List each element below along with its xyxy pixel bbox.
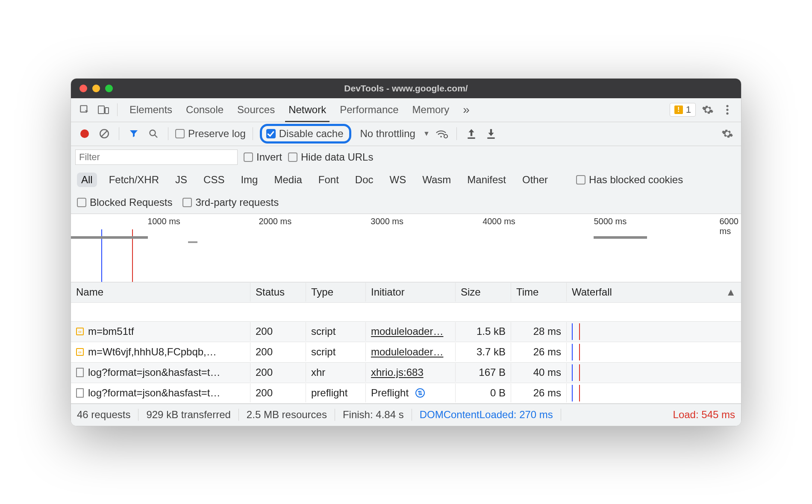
hide-data-urls-label: Hide data URLs (301, 151, 373, 163)
timeline-tick-label: 3000 ms (371, 217, 406, 226)
cell-time: 40 ms (511, 363, 567, 382)
blocked-requests-checkbox[interactable]: Blocked Requests (77, 196, 172, 208)
type-pill-media[interactable]: Media (270, 173, 306, 187)
tab-memory[interactable]: Memory (406, 98, 456, 122)
disable-cache-input[interactable] (266, 129, 276, 138)
initiator-link[interactable]: xhrio.js:683 (371, 366, 424, 378)
cell-status: 200 (250, 322, 306, 341)
col-status[interactable]: Status (250, 283, 306, 302)
cell-name: ‹›m=Wt6vjf,hhhU8,FCpbqb,… (71, 343, 250, 361)
cell-type: preflight (306, 384, 366, 402)
tabs-group: Elements Console Sources Network Perform… (124, 98, 476, 122)
wifi-gear-icon[interactable] (434, 126, 450, 141)
type-pill-other[interactable]: Other (518, 173, 552, 187)
type-pill-all[interactable]: All (77, 173, 97, 187)
type-pill-manifest[interactable]: Manifest (463, 173, 510, 187)
timeline-tick-label: 2000 ms (259, 217, 294, 226)
sort-asc-icon: ▲ (726, 286, 736, 298)
invert-input[interactable] (244, 152, 253, 162)
download-icon[interactable] (483, 126, 499, 141)
svg-point-4 (726, 108, 728, 111)
search-icon[interactable] (146, 126, 161, 141)
gear-icon[interactable] (700, 102, 715, 117)
type-pill-doc[interactable]: Doc (351, 173, 378, 187)
blocked-requests-input[interactable] (77, 198, 86, 207)
col-time[interactable]: Time (511, 283, 567, 302)
col-size[interactable]: Size (456, 283, 511, 302)
has-blocked-cookies-input[interactable] (576, 175, 585, 185)
table-row[interactable]: log?format=json&hasfast=t… 200 xhr xhrio… (71, 363, 741, 383)
table-row[interactable]: log?format=json&hasfast=t… 200 preflight… (71, 383, 741, 404)
type-pill-ws[interactable]: WS (385, 173, 411, 187)
tab-console[interactable]: Console (180, 98, 229, 122)
col-waterfall[interactable]: Waterfall ▲ (567, 283, 741, 302)
cell-type: xhr (306, 363, 366, 382)
chevron-down-icon: ▼ (423, 130, 430, 138)
inspect-icon[interactable] (77, 102, 92, 117)
col-waterfall-label: Waterfall (572, 286, 612, 298)
wf-load-mark (579, 364, 580, 381)
type-pill-img[interactable]: Img (236, 173, 262, 187)
issues-warning-icon: ! (674, 105, 683, 114)
initiator-link[interactable]: moduleloader… (371, 346, 443, 358)
funnel-icon[interactable] (126, 126, 141, 141)
cell-size: 1.5 kB (456, 322, 511, 341)
timeline-tick-label: 1000 ms (147, 217, 183, 226)
clear-icon[interactable] (97, 126, 112, 141)
timeline-overview[interactable]: 1000 ms2000 ms3000 ms4000 ms5000 ms6000 … (71, 214, 741, 282)
type-pill-fetchxhr[interactable]: Fetch/XHR (105, 173, 163, 187)
more-tabs-button[interactable]: » (457, 98, 476, 122)
table-row[interactable]: ‹›m=Wt6vjf,hhhU8,FCpbqb,… 200 script mod… (71, 342, 741, 363)
col-type[interactable]: Type (306, 283, 366, 302)
status-requests: 46 requests (77, 409, 130, 421)
wf-load-mark (579, 385, 580, 401)
initiator-link[interactable]: moduleloader… (371, 325, 443, 337)
kebab-icon[interactable] (720, 102, 735, 117)
col-initiator[interactable]: Initiator (366, 283, 456, 302)
type-pill-js[interactable]: JS (171, 173, 191, 187)
tab-elements[interactable]: Elements (124, 98, 178, 122)
has-blocked-cookies-checkbox[interactable]: Has blocked cookies (576, 174, 683, 186)
device-icon[interactable] (96, 102, 111, 117)
titlebar: DevTools - www.google.com/ (71, 79, 741, 98)
cell-waterfall (567, 342, 741, 362)
cell-status: 200 (250, 343, 306, 361)
third-party-input[interactable] (182, 198, 192, 207)
status-finish: Finish: 4.84 s (343, 409, 404, 421)
filter-input[interactable] (75, 149, 238, 165)
cell-time: 28 ms (511, 322, 567, 341)
third-party-checkbox[interactable]: 3rd-party requests (182, 196, 279, 208)
window-title: DevTools - www.google.com/ (71, 83, 741, 94)
cell-name: log?format=json&hasfast=t… (71, 384, 250, 402)
status-bar: 46 requests 929 kB transferred 2.5 MB re… (71, 404, 741, 426)
issues-button[interactable]: ! 1 (670, 103, 696, 117)
svg-rect-2 (105, 108, 109, 114)
hide-data-urls-checkbox[interactable]: Hide data URLs (288, 151, 373, 163)
script-icon: ‹› (76, 348, 84, 356)
tab-network[interactable]: Network (282, 98, 332, 122)
tab-sources[interactable]: Sources (231, 98, 281, 122)
throttling-value: No throttling (360, 128, 415, 140)
type-pill-wasm[interactable]: Wasm (418, 173, 455, 187)
throttling-select[interactable]: No throttling ▼ (360, 128, 430, 140)
issues-count: 1 (686, 104, 691, 115)
preserve-log-input[interactable] (175, 129, 185, 138)
hide-data-urls-input[interactable] (288, 152, 297, 162)
tab-performance[interactable]: Performance (334, 98, 404, 122)
disable-cache-checkbox[interactable]: Disable cache (266, 128, 344, 140)
disable-cache-highlight: Disable cache (260, 124, 352, 144)
col-name[interactable]: Name (71, 283, 250, 302)
invert-checkbox[interactable]: Invert (244, 151, 282, 163)
table-row[interactable]: ‹›m=bm51tf 200 script moduleloader… 1.5 … (71, 322, 741, 342)
preserve-log-checkbox[interactable]: Preserve log (175, 128, 246, 140)
upload-icon[interactable] (464, 126, 479, 141)
timeline-tick-label: 4000 ms (482, 217, 518, 226)
record-icon[interactable] (77, 126, 92, 141)
type-pill-font[interactable]: Font (314, 173, 343, 187)
table-header[interactable]: Name Status Type Initiator Size Time Wat… (71, 282, 741, 303)
status-transferred: 929 kB transferred (146, 409, 230, 421)
cell-waterfall (567, 383, 741, 403)
svg-rect-13 (487, 138, 494, 139)
type-pill-css[interactable]: CSS (199, 173, 229, 187)
panel-gear-icon[interactable] (720, 126, 735, 141)
